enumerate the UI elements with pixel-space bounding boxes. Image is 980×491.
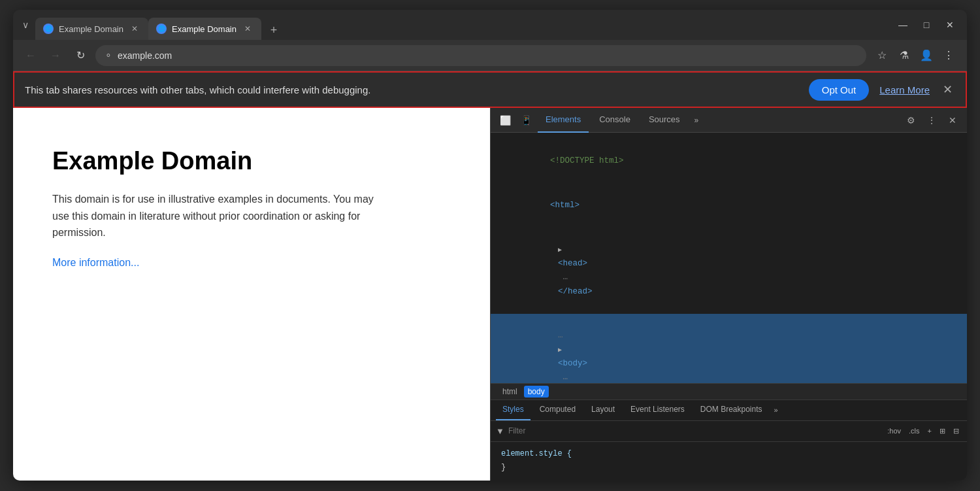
devtools-menu-icon[interactable]: ⋮ xyxy=(923,111,941,129)
breadcrumb-html[interactable]: html xyxy=(498,386,521,398)
dom-line-doctype: <!DOCTYPE html> xyxy=(491,139,967,184)
url-bar[interactable]: ⚬ example.com xyxy=(95,45,866,66)
back-button[interactable]: ← xyxy=(21,46,41,65)
styles-tab-dom-breakpoints[interactable]: DOM Breakpoints xyxy=(694,399,769,420)
labs-icon[interactable]: ⚗ xyxy=(894,45,915,66)
content-area: Example Domain This domain is for use in… xyxy=(13,108,967,481)
address-bar: ← → ↻ ⚬ example.com ☆ ⚗ 👤 ⋮ xyxy=(13,40,967,71)
filter-actions: :hov .cls + ⊞ ⊟ xyxy=(885,426,962,437)
doctype-text: <!DOCTYPE html> xyxy=(550,156,624,165)
devtools-tabs: ⬜ 📱 Elements Console Sources » ⚙ ⋮ ✕ xyxy=(491,108,967,133)
tab-strip-chevron[interactable]: ∨ xyxy=(18,17,33,33)
dom-line-head[interactable]: ▶ <head> … </head> xyxy=(491,228,967,314)
filter-icon: ▼ xyxy=(496,426,504,436)
filter-input[interactable] xyxy=(508,426,881,435)
styles-tab-computed[interactable]: Computed xyxy=(533,399,582,420)
body-open-tag: <body> xyxy=(558,359,587,368)
menu-icon[interactable]: ⋮ xyxy=(938,45,959,66)
notification-text: This tab shares resources with other tab… xyxy=(25,84,798,95)
body-prefix: … xyxy=(558,331,568,340)
tab-1[interactable]: 🌐 Example Domain ✕ xyxy=(35,18,148,40)
minimize-button[interactable]: — xyxy=(894,16,912,34)
tab-elements[interactable]: Elements xyxy=(538,108,589,133)
maximize-button[interactable]: □ xyxy=(917,16,936,34)
tab-bar: 🌐 Example Domain ✕ 🌐 Example Domain ✕ + xyxy=(35,10,891,40)
refresh-button[interactable]: ↻ xyxy=(71,46,90,65)
page-heading: Example Domain xyxy=(52,147,451,175)
devtools-actions: ⚙ ⋮ ✕ xyxy=(902,111,962,129)
selector-text: element.style { xyxy=(501,449,572,458)
learn-more-link[interactable]: Learn More xyxy=(879,84,930,95)
styles-tab-event-listeners[interactable]: Event Listeners xyxy=(624,399,691,420)
inspect-element-icon[interactable]: ⬜ xyxy=(496,111,514,129)
styles-panel: Styles Computed Layout Event Listeners D… xyxy=(491,400,967,481)
element-style-close: } xyxy=(501,461,956,475)
tab-2-favicon: 🌐 xyxy=(156,24,167,34)
account-icon[interactable]: 👤 xyxy=(916,45,937,66)
more-information-link[interactable]: More information... xyxy=(52,257,139,268)
filter-hov-btn[interactable]: :hov xyxy=(885,426,904,436)
device-toolbar-icon[interactable]: 📱 xyxy=(517,111,535,129)
dom-line-body[interactable]: … ▶ <body> … </body> == $0 xyxy=(491,314,967,383)
tab-2-label: Example Domain xyxy=(172,24,237,34)
bookmark-icon[interactable]: ☆ xyxy=(872,45,892,66)
browser-window: ∨ 🌐 Example Domain ✕ 🌐 Example Domain ✕ … xyxy=(13,10,967,481)
tab-2-close[interactable]: ✕ xyxy=(242,23,253,35)
notification-bar: This tab shares resources with other tab… xyxy=(13,71,967,108)
breadcrumb-bar: html body xyxy=(491,383,967,400)
dom-viewer[interactable]: <!DOCTYPE html> <html> ▶ <head> … </head… xyxy=(491,133,967,383)
styles-code: element.style { } xyxy=(491,442,967,481)
tab-console[interactable]: Console xyxy=(591,108,638,133)
head-arrow[interactable]: ▶ xyxy=(558,246,562,254)
site-info-icon[interactable]: ⚬ xyxy=(105,50,112,61)
notification-close-button[interactable]: ✕ xyxy=(940,80,955,99)
filter-add-btn[interactable]: + xyxy=(925,426,934,436)
url-text: example.com xyxy=(118,50,857,61)
opt-out-button[interactable]: Opt Out xyxy=(809,79,870,101)
html-tag: <html> xyxy=(550,201,580,210)
new-tab-button[interactable]: + xyxy=(264,20,284,40)
filter-bar: ▼ :hov .cls + ⊞ ⊟ xyxy=(491,421,967,442)
close-button[interactable]: ✕ xyxy=(941,16,959,34)
breadcrumb-body[interactable]: body xyxy=(524,386,549,398)
tab-1-favicon: 🌐 xyxy=(43,24,54,34)
tab-1-label: Example Domain xyxy=(59,24,123,34)
styles-tabs: Styles Computed Layout Event Listeners D… xyxy=(491,400,967,421)
styles-tab-layout[interactable]: Layout xyxy=(585,399,621,420)
tab-sources[interactable]: Sources xyxy=(641,108,688,133)
head-dots: … xyxy=(558,273,573,282)
body-dots: … xyxy=(558,373,573,382)
styles-tab-styles[interactable]: Styles xyxy=(496,399,531,420)
filter-computed-btn[interactable]: ⊟ xyxy=(951,426,962,437)
devtools-panel: ⬜ 📱 Elements Console Sources » ⚙ ⋮ ✕ <!D… xyxy=(490,108,967,481)
filter-new-rule-btn[interactable]: ⊞ xyxy=(937,426,948,437)
webpage: Example Domain This domain is for use in… xyxy=(13,108,490,481)
filter-cls-btn[interactable]: .cls xyxy=(906,426,923,436)
devtools-settings-icon[interactable]: ⚙ xyxy=(902,111,920,129)
tab-1-close[interactable]: ✕ xyxy=(129,23,140,35)
toolbar-icons: ☆ ⚗ 👤 ⋮ xyxy=(872,45,959,66)
styles-more-tabs[interactable]: » xyxy=(772,406,781,414)
element-style-selector: element.style { xyxy=(501,447,956,462)
body-arrow[interactable]: ▶ xyxy=(558,347,562,354)
devtools-close-icon[interactable]: ✕ xyxy=(943,111,962,129)
head-close-tag: </head> xyxy=(558,287,593,296)
tab-2[interactable]: 🌐 Example Domain ✕ xyxy=(148,18,261,40)
window-controls: — □ ✕ xyxy=(894,16,962,34)
dom-line-html[interactable]: <html> xyxy=(491,184,967,228)
page-body: This domain is for use in illustrative e… xyxy=(52,191,379,241)
devtools-more-tabs[interactable]: » xyxy=(691,113,703,127)
head-open-tag: <head> xyxy=(558,259,587,268)
forward-button[interactable]: → xyxy=(46,46,65,65)
close-brace: } xyxy=(501,463,506,472)
title-bar: ∨ 🌐 Example Domain ✕ 🌐 Example Domain ✕ … xyxy=(13,10,967,40)
